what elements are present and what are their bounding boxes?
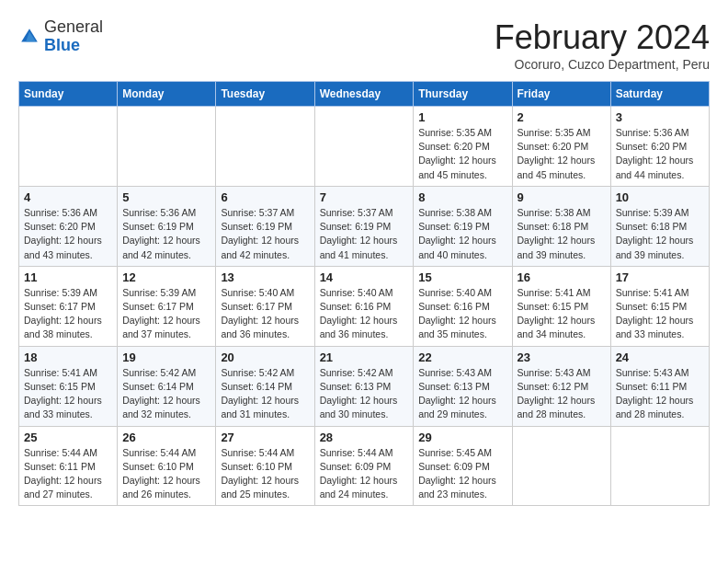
day-info: Sunrise: 5:37 AM Sunset: 6:19 PM Dayligh… [221,206,309,262]
day-number: 17 [616,270,704,284]
weekday-header-wednesday: Wednesday [314,82,414,107]
calendar-week-5: 25Sunrise: 5:44 AM Sunset: 6:11 PM Dayli… [19,426,710,506]
calendar-cell: 18Sunrise: 5:41 AM Sunset: 6:15 PM Dayli… [19,346,118,426]
calendar-week-1: 1Sunrise: 5:35 AM Sunset: 6:20 PM Daylig… [19,107,710,187]
calendar-week-2: 4Sunrise: 5:36 AM Sunset: 6:20 PM Daylig… [19,186,710,266]
day-number: 25 [24,431,112,444]
calendar-cell: 23Sunrise: 5:43 AM Sunset: 6:12 PM Dayli… [512,346,610,426]
day-number: 22 [418,350,506,364]
day-info: Sunrise: 5:38 AM Sunset: 6:18 PM Dayligh… [518,206,606,262]
calendar-cell: 21Sunrise: 5:42 AM Sunset: 6:13 PM Dayli… [314,346,414,426]
day-info: Sunrise: 5:43 AM Sunset: 6:11 PM Dayligh… [616,366,704,422]
day-number: 18 [24,350,112,364]
day-number: 20 [221,350,309,364]
day-number: 13 [221,270,309,284]
day-number: 21 [320,350,409,364]
day-number: 4 [24,190,112,204]
month-title: February 2024 [495,18,710,57]
day-number: 16 [518,270,606,284]
calendar-cell: 11Sunrise: 5:39 AM Sunset: 6:17 PM Dayli… [19,266,118,346]
calendar-week-3: 11Sunrise: 5:39 AM Sunset: 6:17 PM Dayli… [19,266,710,346]
day-number: 2 [518,110,606,124]
calendar-body: 1Sunrise: 5:35 AM Sunset: 6:20 PM Daylig… [19,107,710,506]
day-info: Sunrise: 5:40 AM Sunset: 6:16 PM Dayligh… [418,286,506,342]
day-number: 29 [418,431,506,444]
weekday-header-monday: Monday [118,82,216,107]
day-info: Sunrise: 5:40 AM Sunset: 6:17 PM Dayligh… [221,286,309,342]
day-number: 5 [122,190,210,204]
day-number: 7 [320,190,409,204]
title-area: February 2024 Ocoruro, Cuzco Department,… [495,18,710,72]
calendar-cell [610,426,709,506]
logo-icon [18,26,40,48]
day-info: Sunrise: 5:43 AM Sunset: 6:12 PM Dayligh… [518,366,606,422]
calendar-cell: 14Sunrise: 5:40 AM Sunset: 6:16 PM Dayli… [314,266,414,346]
calendar-cell: 12Sunrise: 5:39 AM Sunset: 6:17 PM Dayli… [118,266,216,346]
day-info: Sunrise: 5:40 AM Sunset: 6:16 PM Dayligh… [320,286,409,342]
calendar-week-4: 18Sunrise: 5:41 AM Sunset: 6:15 PM Dayli… [19,346,710,426]
day-number: 28 [320,431,409,444]
calendar-cell: 9Sunrise: 5:38 AM Sunset: 6:18 PM Daylig… [512,186,610,266]
weekday-header-saturday: Saturday [610,82,709,107]
weekday-header-sunday: Sunday [19,82,118,107]
calendar-cell: 22Sunrise: 5:43 AM Sunset: 6:13 PM Dayli… [414,346,512,426]
calendar-cell: 6Sunrise: 5:37 AM Sunset: 6:19 PM Daylig… [216,186,314,266]
calendar-cell [216,107,314,187]
logo-general: General [44,17,103,36]
calendar-cell [118,107,216,187]
day-info: Sunrise: 5:42 AM Sunset: 6:14 PM Dayligh… [122,366,210,422]
day-number: 27 [221,431,309,444]
day-info: Sunrise: 5:39 AM Sunset: 6:17 PM Dayligh… [24,286,112,342]
day-info: Sunrise: 5:35 AM Sunset: 6:20 PM Dayligh… [518,126,606,182]
day-number: 15 [418,270,506,284]
calendar-cell: 20Sunrise: 5:42 AM Sunset: 6:14 PM Dayli… [216,346,314,426]
day-number: 1 [418,110,506,124]
logo-text: General Blue [44,18,103,55]
calendar-cell: 8Sunrise: 5:38 AM Sunset: 6:19 PM Daylig… [414,186,512,266]
page-header: General Blue February 2024 Ocoruro, Cuzc… [18,18,710,72]
calendar-cell: 15Sunrise: 5:40 AM Sunset: 6:16 PM Dayli… [414,266,512,346]
calendar-cell: 1Sunrise: 5:35 AM Sunset: 6:20 PM Daylig… [414,107,512,187]
day-info: Sunrise: 5:44 AM Sunset: 6:09 PM Dayligh… [320,446,409,502]
day-number: 12 [122,270,210,284]
calendar-cell: 10Sunrise: 5:39 AM Sunset: 6:18 PM Dayli… [610,186,709,266]
day-info: Sunrise: 5:41 AM Sunset: 6:15 PM Dayligh… [518,286,606,342]
calendar-cell: 13Sunrise: 5:40 AM Sunset: 6:17 PM Dayli… [216,266,314,346]
day-info: Sunrise: 5:37 AM Sunset: 6:19 PM Dayligh… [320,206,409,262]
day-number: 23 [518,350,606,364]
calendar-cell [19,107,118,187]
day-info: Sunrise: 5:35 AM Sunset: 6:20 PM Dayligh… [418,126,506,182]
calendar-table: SundayMondayTuesdayWednesdayThursdayFrid… [18,81,710,506]
calendar-cell [314,107,414,187]
day-number: 6 [221,190,309,204]
calendar-cell: 4Sunrise: 5:36 AM Sunset: 6:20 PM Daylig… [19,186,118,266]
day-number: 26 [122,431,210,444]
day-info: Sunrise: 5:44 AM Sunset: 6:11 PM Dayligh… [24,446,112,502]
calendar-cell: 17Sunrise: 5:41 AM Sunset: 6:15 PM Dayli… [610,266,709,346]
day-info: Sunrise: 5:41 AM Sunset: 6:15 PM Dayligh… [616,286,704,342]
weekday-header-friday: Friday [512,82,610,107]
calendar-cell: 7Sunrise: 5:37 AM Sunset: 6:19 PM Daylig… [314,186,414,266]
day-number: 11 [24,270,112,284]
calendar-cell: 5Sunrise: 5:36 AM Sunset: 6:19 PM Daylig… [118,186,216,266]
weekday-header-tuesday: Tuesday [216,82,314,107]
day-info: Sunrise: 5:42 AM Sunset: 6:13 PM Dayligh… [320,366,409,422]
day-number: 14 [320,270,409,284]
calendar-cell [512,426,610,506]
day-number: 19 [122,350,210,364]
day-number: 9 [518,190,606,204]
calendar-cell: 24Sunrise: 5:43 AM Sunset: 6:11 PM Dayli… [610,346,709,426]
calendar-cell: 25Sunrise: 5:44 AM Sunset: 6:11 PM Dayli… [19,426,118,506]
location-subtitle: Ocoruro, Cuzco Department, Peru [495,57,710,72]
day-info: Sunrise: 5:44 AM Sunset: 6:10 PM Dayligh… [122,446,210,502]
logo-blue: Blue [44,36,80,54]
calendar-cell: 27Sunrise: 5:44 AM Sunset: 6:10 PM Dayli… [216,426,314,506]
day-info: Sunrise: 5:36 AM Sunset: 6:20 PM Dayligh… [24,206,112,262]
day-info: Sunrise: 5:39 AM Sunset: 6:18 PM Dayligh… [616,206,704,262]
logo: General Blue [18,18,103,55]
day-info: Sunrise: 5:41 AM Sunset: 6:15 PM Dayligh… [24,366,112,422]
weekday-header-thursday: Thursday [414,82,512,107]
day-info: Sunrise: 5:39 AM Sunset: 6:17 PM Dayligh… [122,286,210,342]
day-info: Sunrise: 5:36 AM Sunset: 6:20 PM Dayligh… [616,126,704,182]
weekday-header-row: SundayMondayTuesdayWednesdayThursdayFrid… [19,82,710,107]
